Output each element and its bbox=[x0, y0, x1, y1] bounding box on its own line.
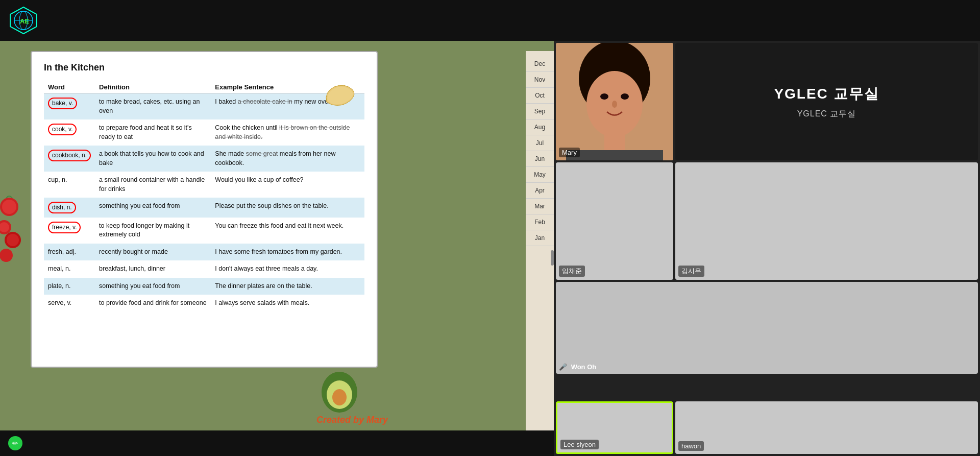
vocabulary-rows: bake, v.to make bread, cakes, etc. using… bbox=[44, 93, 364, 312]
example-cell: She made some great meals from her new c… bbox=[211, 146, 364, 172]
main-content-area: In the Kitchen Word Definition Example S… bbox=[0, 41, 554, 456]
example-cell: Would you like a cup of coffee? bbox=[211, 172, 364, 198]
col-word: Word bbox=[44, 81, 95, 93]
word-cell: cookbook, n. bbox=[44, 146, 95, 172]
month-item-feb[interactable]: Feb bbox=[526, 214, 554, 230]
definition-cell: a book that tells you how to cook and ba… bbox=[95, 146, 211, 172]
month-item-jun[interactable]: Jun bbox=[526, 151, 554, 167]
table-row: cup, n.a small round container with a ha… bbox=[44, 172, 364, 198]
svg-point-6 bbox=[2, 200, 16, 214]
example-cell: The dinner plates are on the table. bbox=[211, 278, 364, 295]
table-row: plate, n.something you eat food fromThe … bbox=[44, 278, 364, 295]
leesiyeon-label: Lee siyeon bbox=[560, 440, 599, 449]
definition-cell: recently bought or made bbox=[95, 244, 211, 261]
month-item-mar[interactable]: Mar bbox=[526, 199, 554, 214]
video-panel: Mary YGLEC 교무실 YGLEC 교무실 임채준 김시우 Lee siy… bbox=[554, 41, 980, 456]
table-row: cook, v.to prepare food and heat it so i… bbox=[44, 119, 364, 146]
month-sidebar: DecNovOctSepAugJulJunMayAprMarFebJan bbox=[526, 51, 554, 456]
participant-kimsiu: 김시우 bbox=[675, 162, 978, 280]
month-item-jul[interactable]: Jul bbox=[526, 135, 554, 151]
word-cell: dish, n. bbox=[44, 198, 95, 218]
table-row: bake, v.to make bread, cakes, etc. using… bbox=[44, 93, 364, 120]
mary-video-feed bbox=[556, 43, 673, 160]
document-title: In the Kitchen bbox=[44, 62, 364, 73]
example-cell: I don't always eat three meals a day. bbox=[211, 260, 364, 278]
word-cell: bake, v. bbox=[44, 93, 95, 120]
yglec-title-panel: YGLEC 교무실 YGLEC 교무실 bbox=[675, 43, 978, 160]
month-item-oct[interactable]: Oct bbox=[526, 88, 554, 104]
svg-point-11 bbox=[0, 249, 13, 262]
yglec-main-title: YGLEC 교무실 bbox=[774, 84, 879, 104]
tomatoes-decoration bbox=[0, 189, 23, 266]
definition-cell: a small round container with a handle fo… bbox=[95, 172, 211, 198]
mute-icon: 🎤 bbox=[559, 363, 567, 371]
example-cell: I have some fresh tomatoes from my garde… bbox=[211, 244, 364, 261]
word-cell: fresh, adj. bbox=[44, 244, 95, 261]
svg-point-18 bbox=[600, 93, 608, 100]
word-cell: serve, v. bbox=[44, 295, 95, 312]
svg-point-19 bbox=[621, 93, 629, 100]
definition-cell: to prepare food and heat it so it's read… bbox=[95, 119, 211, 146]
example-cell: Cook the chicken until it is brown on th… bbox=[211, 119, 364, 146]
month-item-aug[interactable]: Aug bbox=[526, 119, 554, 135]
hawon-label: hawon bbox=[678, 441, 704, 451]
avocado-decoration bbox=[316, 364, 362, 415]
month-item-dec[interactable]: Dec bbox=[526, 56, 554, 72]
kimsiu-label: 김시우 bbox=[678, 266, 704, 277]
participant-imchaejun: 임채준 bbox=[556, 162, 673, 280]
yglec-sub-title: YGLEC 교무실 bbox=[797, 109, 856, 119]
bottom-toolbar: ✏ bbox=[0, 430, 554, 456]
table-row: fresh, adj.recently bought or madeI have… bbox=[44, 244, 364, 261]
month-item-sep[interactable]: Sep bbox=[526, 104, 554, 119]
definition-cell: to make bread, cakes, etc. using an oven bbox=[95, 93, 211, 120]
cashew-decoration bbox=[322, 82, 357, 112]
table-row: serve, v.to provide food and drink for s… bbox=[44, 295, 364, 312]
word-cell: plate, n. bbox=[44, 278, 95, 295]
svg-point-14 bbox=[332, 389, 347, 405]
month-item-nov[interactable]: Nov bbox=[526, 72, 554, 88]
word-cell: cook, v. bbox=[44, 119, 95, 146]
participant-leesiyeon: Lee siyeon bbox=[556, 401, 673, 454]
table-header-row: Word Definition Example Sentence bbox=[44, 81, 364, 93]
word-cell: freeze, v. bbox=[44, 218, 95, 244]
example-cell: I always serve salads with meals. bbox=[211, 295, 364, 312]
svg-rect-22 bbox=[566, 150, 663, 160]
participant-hawon: hawon bbox=[675, 401, 978, 454]
table-row: cookbook, n.a book that tells you how to… bbox=[44, 146, 364, 172]
imchaejun-label: 임채준 bbox=[559, 266, 585, 277]
created-by-label: Created by Mary bbox=[316, 415, 388, 425]
svg-point-10 bbox=[7, 234, 19, 246]
participant-wonoh: 🎤 Won Oh bbox=[556, 282, 978, 374]
definition-cell: something you eat food from bbox=[95, 278, 211, 295]
definition-cell: something you eat food from bbox=[95, 198, 211, 218]
month-item-may[interactable]: May bbox=[526, 167, 554, 183]
participant-mary: Mary bbox=[556, 43, 673, 160]
definition-cell: breakfast, lunch, dinner bbox=[95, 260, 211, 278]
table-row: meal, n.breakfast, lunch, dinnerI don't … bbox=[44, 260, 364, 278]
svg-point-20 bbox=[612, 101, 617, 108]
month-item-apr[interactable]: Apr bbox=[526, 183, 554, 199]
svg-text:AE: AE bbox=[20, 17, 29, 25]
pencil-tool[interactable]: ✏ bbox=[8, 436, 22, 450]
vocabulary-table: Word Definition Example Sentence bake, v… bbox=[44, 81, 364, 312]
mary-label: Mary bbox=[559, 148, 580, 157]
app-logo: AE bbox=[8, 5, 39, 36]
word-cell: cup, n. bbox=[44, 172, 95, 198]
example-cell: You can freeze this food and eat it next… bbox=[211, 218, 364, 244]
table-row: freeze, v.to keep food longer by making … bbox=[44, 218, 364, 244]
definition-cell: to keep food longer by making it extreme… bbox=[95, 218, 211, 244]
example-cell: Please put the soup dishes on the table. bbox=[211, 198, 364, 218]
wonoh-label: 🎤 Won Oh bbox=[559, 363, 596, 371]
col-definition: Definition bbox=[95, 81, 211, 93]
table-row: dish, n.something you eat food fromPleas… bbox=[44, 198, 364, 218]
word-cell: meal, n. bbox=[44, 260, 95, 278]
month-item-jan[interactable]: Jan bbox=[526, 230, 554, 246]
definition-cell: to provide food and drink for someone bbox=[95, 295, 211, 312]
topbar: AE bbox=[0, 0, 980, 41]
